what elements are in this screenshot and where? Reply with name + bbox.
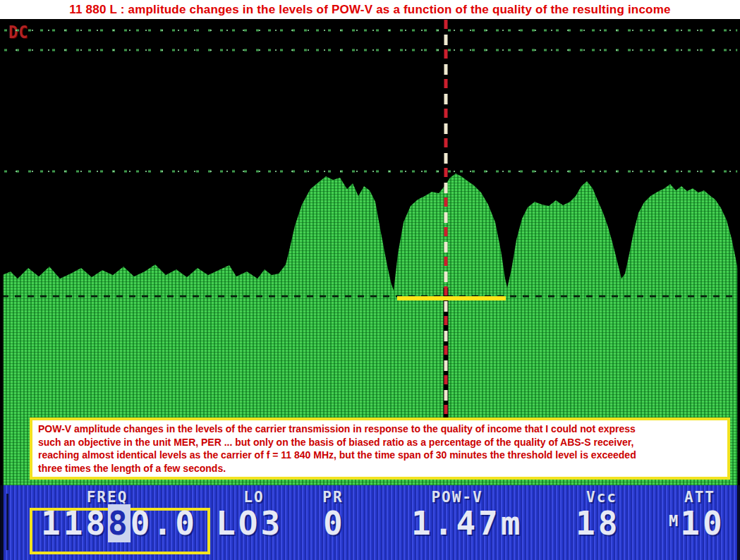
bar-left-tick bbox=[6, 494, 8, 550]
field-value-pr: 0 bbox=[323, 504, 346, 542]
att-mode-prefix: M bbox=[669, 512, 678, 530]
annotation-line: such an objective in the unit MER, PER .… bbox=[38, 436, 722, 449]
field-value-freq: 11880.0 bbox=[41, 504, 198, 542]
grid-dot-rows bbox=[4, 30, 738, 171]
field-label-lo: LO bbox=[243, 489, 264, 506]
field-label-pr: PR bbox=[322, 489, 343, 506]
field-label-freq: FREQ bbox=[87, 489, 128, 506]
status-bar: FREQ11880.0LOLO3PR0POW-V1.47mVcc18ATTM10 bbox=[0, 485, 740, 560]
field-value-pow-v: 1.47m bbox=[411, 504, 523, 542]
digit-cursor: 8 bbox=[108, 504, 131, 542]
field-label-att: ATT bbox=[684, 489, 715, 506]
field-value-att: M10 bbox=[669, 504, 725, 542]
annotation-line: reaching almost identical levels as the … bbox=[38, 449, 722, 462]
field-value-vcc: 18 bbox=[576, 504, 620, 542]
field-label-pow-v: POW-V bbox=[431, 489, 483, 506]
meter-screen: 11 880 L : amplitude changes in the leve… bbox=[0, 0, 740, 560]
screen-right-edge bbox=[737, 19, 740, 560]
annotation-box: POW-V amplitude changes in the levels of… bbox=[30, 418, 730, 480]
annotation-line: three times the length of a few seconds. bbox=[38, 462, 722, 475]
field-label-vcc: Vcc bbox=[586, 489, 617, 506]
field-value-lo: LO3 bbox=[216, 504, 283, 542]
screen-left-edge bbox=[0, 19, 4, 560]
annotation-line: POW-V amplitude changes in the levels of… bbox=[38, 422, 722, 436]
